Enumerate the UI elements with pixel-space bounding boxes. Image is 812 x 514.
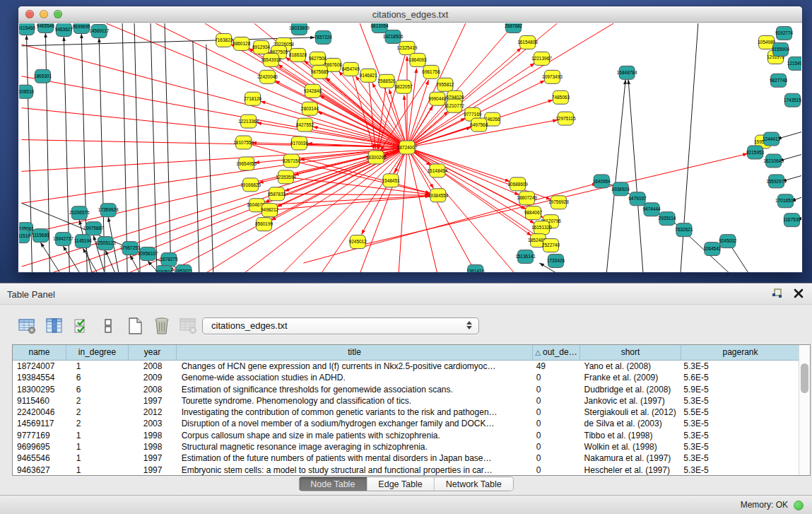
column-header-name[interactable]: name [13,345,66,361]
table-cell: Estimation of the future numbers of pati… [177,452,532,464]
graph-node-label: 15592971 [766,179,787,184]
float-panel-icon[interactable] [771,287,784,300]
dropdown-arrows-icon [466,321,472,329]
table-panel-header: Table Panel [0,283,812,305]
table-cell: Stergiakouli et al. (2012) [579,407,681,418]
table-cell: 9463627 [13,465,66,475]
table-cell: 5.3E-5 [680,430,799,441]
graph-node-label: 9115460 [19,25,35,30]
table-cell: 1 [66,430,129,441]
column-header-out_de[interactable]: △out_de… [533,345,580,361]
window-titlebar[interactable]: citations_edges.txt [18,6,802,23]
table-cell: Tourette syndrome. Phenomenology and cla… [177,395,532,407]
table-row[interactable]: 2242004622012Investigating the contribut… [13,407,799,418]
memory-status-icon [794,501,804,510]
tab-edge-table[interactable]: Edge Table [367,477,434,491]
graph-node-label: 8267150 [283,158,301,163]
graph-node-label: 6497568 [470,122,488,127]
table-cell: 2012 [129,407,177,418]
graph-node-label: 17016504 [775,198,796,203]
table-cell: 1 [66,441,129,452]
delete-column-icon[interactable] [151,315,172,337]
network-canvas[interactable]: 1872400771638228860128891293423226058982… [19,23,801,272]
table-body: 1872400712008Changes of HCN gene express… [13,361,799,475]
graph-node-label: 1361410 [466,269,485,272]
table-selector-dropdown[interactable]: citations_edges.txt [202,317,479,334]
table-cell: Investigating the contribution of common… [177,407,532,418]
select-rows-icon[interactable] [71,315,91,337]
graph-edge [277,194,430,195]
table-row[interactable]: 946554611997Estimation of the future num… [13,452,799,464]
graph-node-label: 6479197 [629,196,647,201]
table-row[interactable]: 1456911722003Disruption of a novel membe… [13,418,799,429]
graph-node-label: 9884067 [524,210,543,215]
table-cell: Embryonic stem cells: a model to study s… [177,465,532,475]
table-cell: Wolkin et al. (1998) [579,441,681,452]
graph-node-label: 1678275 [160,257,178,262]
table-row[interactable]: 969969511998Structural magnetic resonanc… [13,441,799,452]
graph-node-label: 1115680 [32,233,49,238]
table-cell: 2 [66,418,129,429]
tab-network-table[interactable]: Network Table [435,477,513,491]
table-row[interactable]: 911546021997Tourette syndrome. Phenomeno… [13,395,799,407]
table-cell: 2009 [129,372,177,383]
window-title: citations_edges.txt [18,6,802,23]
network-graph[interactable]: 1872400771638228860128891293423226058982… [19,23,801,272]
column-header-year[interactable]: year [129,345,177,361]
table-cell: 0 [532,407,579,418]
table-cell: 0 [532,452,579,464]
column-header-pagerank[interactable]: pagerank [681,345,800,361]
graph-node-label: 2030510 [155,269,173,272]
row-height-icon[interactable] [98,315,118,337]
close-panel-icon[interactable] [792,287,805,300]
graph-edge [22,148,407,235]
table-cell: 22420046 [13,407,66,418]
graph-edge [151,23,157,272]
column-header-title[interactable]: title [177,345,533,361]
network-view-window[interactable]: citations_edges.txt 18724007716382288601… [18,6,803,273]
graph-node-label: 1548451 [382,178,400,183]
graph-edge [407,148,510,182]
graph-node-label: 8912934 [252,45,271,49]
graph-node-label: 8938924 [612,187,630,192]
table-cell: 0 [532,372,579,383]
column-header-short[interactable]: short [580,345,681,361]
graph-node-label: 10973493 [542,74,563,79]
graph-edge [22,37,315,46]
graph-node-label: 9827748 [770,78,788,83]
graph-node-label: 15148454 [428,168,448,173]
table-cell: 18724007 [13,361,66,372]
desktop-background: citations_edges.txt 18724007716382288601… [0,0,812,283]
graph-node-label: 7485063 [552,95,570,100]
table-row[interactable]: 946362711997Embryonic stem cells: a mode… [13,465,799,475]
table-scrollbar[interactable] [799,345,810,475]
graph-node-label: 10958107 [138,251,158,256]
table-row[interactable]: 1872400712008Changes of HCN gene express… [13,361,799,372]
column-visibility-icon[interactable] [44,315,64,337]
tab-node-table[interactable]: Node Table [299,477,367,491]
graph-node-label: 16151320 [531,225,552,230]
delete-table-icon[interactable] [178,315,199,337]
graph-node-label: 12975115 [555,116,576,121]
table-cell: 6 [66,372,129,383]
graph-edge [206,45,213,272]
graph-node-label: 13942737 [53,236,73,241]
table-row[interactable]: 977716911998Corpus callosum shape and si… [13,430,799,441]
table-row[interactable]: 1830029562008Estimation of significance … [13,384,799,395]
column-header-in_degree[interactable]: in_degree [66,345,129,361]
table-cell: Estimation of significance thresholds fo… [177,384,532,395]
graph-node-label: 12325419 [397,45,418,50]
table-cell: 2008 [129,384,177,395]
new-table-icon[interactable] [124,315,145,337]
table-cell: 5.3E-5 [680,465,799,475]
table-cell: Hescheler et al. (1997) [579,465,681,475]
table-row[interactable]: 1938455462009Genome-wide association stu… [13,372,799,383]
graph-edge [205,148,407,272]
scrollbar-thumb[interactable] [801,363,808,393]
table-cell: 2 [66,395,129,407]
table-cell: 0 [532,441,579,452]
table-settings-icon[interactable] [17,315,37,337]
graph-edge [283,148,408,272]
graph-node-label: 7955812 [436,82,454,87]
table-panel-title: Table Panel [7,284,55,305]
